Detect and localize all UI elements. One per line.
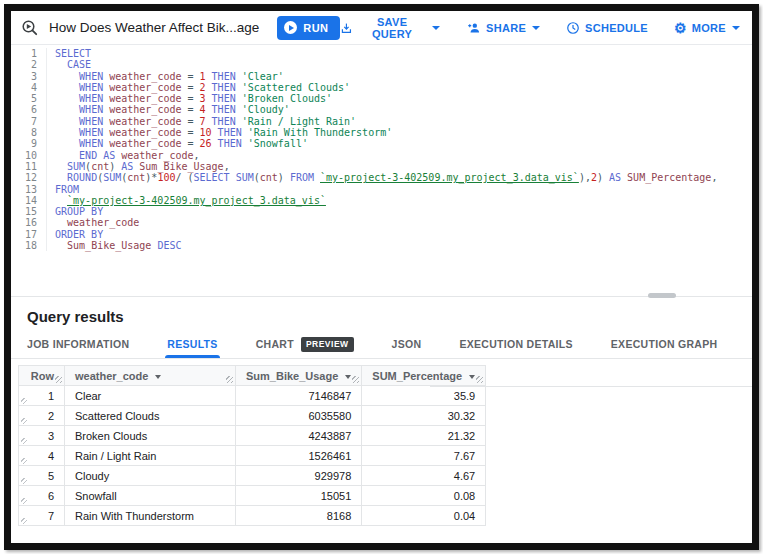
code-line[interactable]: 15GROUP BY [11, 206, 752, 217]
table-cell: 30.32 [362, 406, 486, 426]
sql-editor[interactable]: 1SELECT2 CASE3 WHEN weather_code = 1 THE… [11, 45, 752, 254]
column-menu-icon[interactable] [469, 375, 475, 379]
table-cell: 7 [19, 506, 65, 526]
editor-blank-area [11, 254, 752, 296]
table-cell: 4.67 [362, 466, 486, 486]
line-number: 11 [11, 161, 47, 172]
line-number: 10 [11, 150, 47, 161]
table-cell: 0.04 [362, 506, 486, 526]
table-cell: Scattered Clouds [65, 406, 236, 426]
table-cell: 1 [19, 386, 65, 406]
code-line[interactable]: 16 weather_code [11, 217, 752, 228]
more-button[interactable]: ⚙ MORE [674, 21, 740, 35]
row-resize-handle[interactable] [21, 438, 27, 444]
query-title[interactable]: How Does Weather Affect Bik...age [49, 20, 259, 35]
code-text: Sum_Bike_Usage DESC [47, 240, 181, 251]
code-line[interactable]: 8 WHEN weather_code = 10 THEN 'Rain With… [11, 127, 752, 138]
code-line[interactable]: 1SELECT [11, 48, 752, 59]
code-line[interactable]: 14 `my-project-3-402509.my_project_3.dat… [11, 195, 752, 206]
table-cell: Broken Clouds [65, 426, 236, 446]
code-text: WHEN weather_code = 2 THEN 'Scattered Cl… [47, 82, 350, 93]
code-line[interactable]: 5 WHEN weather_code = 3 THEN 'Broken Clo… [11, 93, 752, 104]
column-resize-handle[interactable] [226, 376, 233, 383]
table-cell: Clear [65, 386, 236, 406]
tab-label: JOB INFORMATION [27, 338, 129, 350]
column-menu-icon[interactable] [155, 375, 161, 379]
run-button[interactable]: RUN [277, 16, 340, 40]
code-text: CASE [47, 59, 91, 70]
row-resize-handle[interactable] [21, 478, 27, 484]
code-line[interactable]: 7 WHEN weather_code = 7 THEN 'Rain / Lig… [11, 116, 752, 127]
column-menu-icon[interactable] [345, 375, 351, 379]
more-label: MORE [692, 22, 726, 34]
row-resize-handle[interactable] [21, 498, 27, 504]
column-label: Sum_Bike_Usage [246, 370, 338, 382]
tab-results[interactable]: RESULTS [167, 330, 217, 358]
tab-execution-graph[interactable]: EXECUTION GRAPH [611, 330, 718, 358]
code-line[interactable]: 3 WHEN weather_code = 1 THEN 'Clear' [11, 71, 752, 82]
table-header-cell[interactable]: Row [19, 366, 65, 386]
code-text: GROUP BY [47, 206, 103, 217]
results-tabbar: JOB INFORMATIONRESULTSCHARTPREVIEWJSONEX… [11, 330, 752, 359]
save-query-button[interactable]: SAVE QUERY [340, 16, 440, 40]
code-line[interactable]: 18 Sum_Bike_Usage DESC [11, 240, 752, 251]
table-header-cell[interactable]: weather_code [65, 366, 236, 386]
line-number: 2 [11, 59, 47, 70]
share-button[interactable]: SHARE [466, 21, 540, 35]
code-text: weather_code [47, 217, 139, 228]
code-line[interactable]: 6 WHEN weather_code = 4 THEN 'Cloudy' [11, 104, 752, 115]
line-number: 18 [11, 240, 47, 251]
clock-icon [566, 21, 580, 35]
code-line[interactable]: 17ORDER BY [11, 229, 752, 240]
code-line[interactable]: 11 SUM(cnt) AS Sum_Bike_Usage, [11, 161, 752, 172]
save-icon [340, 21, 353, 35]
schedule-button[interactable]: SCHEDULE [566, 21, 648, 35]
code-line[interactable]: 13FROM [11, 184, 752, 195]
person-add-icon [466, 21, 481, 35]
tab-job-information[interactable]: JOB INFORMATION [27, 330, 129, 358]
code-line[interactable]: 9 WHEN weather_code = 26 THEN 'Snowfall' [11, 138, 752, 149]
table-row: 7Rain With Thunderstorm81680.04 [19, 506, 486, 526]
table-cell: 8168 [236, 506, 362, 526]
line-number: 4 [11, 82, 47, 93]
line-number: 15 [11, 206, 47, 217]
table-cell: 15051 [236, 486, 362, 506]
column-resize-handle[interactable] [476, 376, 483, 383]
table-row: 5Cloudy9299784.67 [19, 466, 486, 486]
tab-label: EXECUTION GRAPH [611, 338, 718, 350]
preview-badge: PREVIEW [301, 337, 354, 352]
tab-json[interactable]: JSON [392, 330, 422, 358]
table-row: 2Scattered Clouds603558030.32 [19, 406, 486, 426]
row-resize-handle[interactable] [21, 398, 27, 404]
tab-execution-details[interactable]: EXECUTION DETAILS [459, 330, 572, 358]
table-cell: 35.9 [362, 386, 486, 406]
chevron-down-icon [732, 26, 740, 30]
column-resize-handle[interactable] [55, 376, 62, 383]
table-header-cell[interactable]: Sum_Bike_Usage [236, 366, 362, 386]
query-toolbar: How Does Weather Affect Bik...age RUN SA… [11, 11, 752, 45]
query-results-heading: Query results [11, 297, 752, 330]
splitter-drag-handle[interactable] [648, 293, 676, 298]
code-text: WHEN weather_code = 3 THEN 'Broken Cloud… [47, 93, 332, 104]
code-line[interactable]: 4 WHEN weather_code = 2 THEN 'Scattered … [11, 82, 752, 93]
schedule-label: SCHEDULE [585, 22, 648, 34]
table-cell: 7146847 [236, 386, 362, 406]
tab-chart[interactable]: CHARTPREVIEW [256, 330, 354, 358]
row-resize-handle[interactable] [21, 458, 27, 464]
table-header-cell[interactable]: SUM_Percentage [362, 366, 486, 386]
code-line[interactable]: 12 ROUND(SUM(cnt)*100/ (SELECT SUM(cnt) … [11, 172, 752, 183]
column-resize-handle[interactable] [352, 376, 359, 383]
code-line[interactable]: 2 CASE [11, 59, 752, 70]
code-text: WHEN weather_code = 1 THEN 'Clear' [47, 71, 284, 82]
row-resize-handle[interactable] [21, 518, 27, 524]
row-resize-handle[interactable] [21, 418, 27, 424]
table-cell: Rain With Thunderstorm [65, 506, 236, 526]
line-number: 16 [11, 217, 47, 228]
share-label: SHARE [486, 22, 526, 34]
table-cell: Rain / Light Rain [65, 446, 236, 466]
table-cell: 929978 [236, 466, 362, 486]
line-number: 3 [11, 71, 47, 82]
code-line[interactable]: 10 END AS weather_code, [11, 150, 752, 161]
results-table-area: Rowweather_codeSum_Bike_UsageSUM_Percent… [11, 359, 752, 543]
tab-label: CHART [256, 338, 294, 350]
